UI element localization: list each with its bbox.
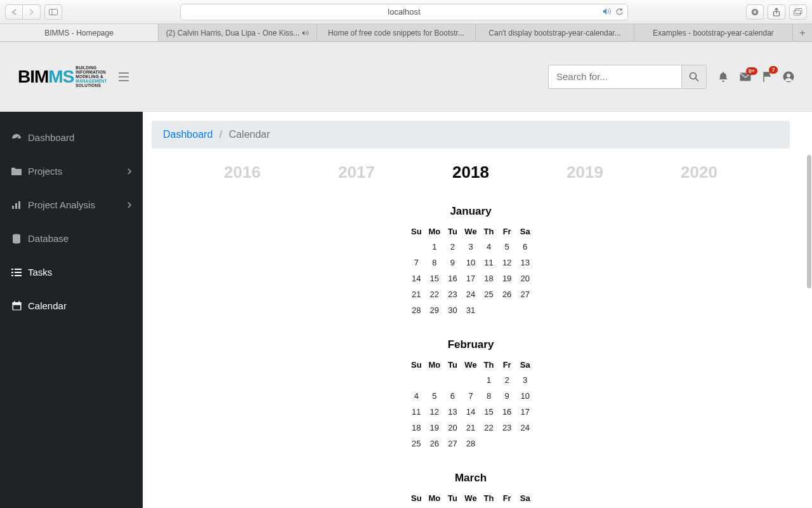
day-cell[interactable]: 5: [498, 239, 516, 255]
browser-back-button[interactable]: [5, 4, 23, 20]
day-cell[interactable]: 15: [480, 404, 498, 420]
day-cell[interactable]: 8: [480, 388, 498, 404]
day-cell[interactable]: 18: [480, 271, 498, 286]
day-cell[interactable]: 31: [462, 302, 480, 318]
sidebar-item-label: Projects: [28, 166, 62, 177]
day-cell[interactable]: 22: [426, 286, 444, 302]
day-cell[interactable]: 11: [407, 404, 426, 420]
reload-icon[interactable]: [615, 8, 624, 16]
day-cell[interactable]: 23: [498, 420, 516, 436]
day-cell[interactable]: 21: [462, 420, 480, 436]
day-cell[interactable]: 25: [407, 436, 426, 451]
day-cell[interactable]: 3: [516, 505, 534, 508]
browser-tabs-button[interactable]: [789, 4, 807, 20]
browser-sidebar-button[interactable]: [44, 4, 62, 20]
year-2020[interactable]: 2020: [642, 159, 756, 186]
day-cell[interactable]: 3: [516, 372, 534, 388]
day-cell[interactable]: 5: [426, 388, 444, 404]
audio-icon[interactable]: [603, 8, 612, 16]
day-cell[interactable]: 27: [443, 436, 462, 451]
day-cell[interactable]: 26: [498, 286, 516, 302]
sidebar-item-projects[interactable]: Projects: [0, 154, 143, 188]
day-cell[interactable]: 2: [498, 505, 516, 508]
day-cell[interactable]: 15: [426, 271, 444, 286]
day-cell[interactable]: 1: [480, 372, 498, 388]
browser-download-button[interactable]: [746, 4, 764, 20]
day-cell[interactable]: 25: [480, 286, 498, 302]
breadcrumb-root[interactable]: Dashboard: [163, 129, 213, 140]
bell-icon[interactable]: [718, 71, 728, 83]
sidebar-item-database[interactable]: Database: [0, 222, 143, 255]
day-cell[interactable]: 14: [462, 404, 480, 420]
day-cell[interactable]: 10: [516, 388, 534, 404]
day-cell[interactable]: 20: [443, 420, 462, 436]
day-cell[interactable]: 24: [462, 286, 480, 302]
day-cell[interactable]: 16: [498, 404, 516, 420]
day-cell[interactable]: 19: [426, 420, 444, 436]
day-cell[interactable]: 29: [426, 302, 444, 318]
envelope-icon[interactable]: 9+: [740, 72, 751, 81]
year-2019[interactable]: 2019: [528, 159, 642, 186]
year-2018[interactable]: 2018: [414, 159, 528, 186]
day-cell[interactable]: 20: [516, 271, 534, 286]
search-input[interactable]: [548, 65, 681, 89]
year-2016[interactable]: 2016: [185, 159, 299, 186]
day-cell[interactable]: 14: [407, 271, 426, 286]
scrollbar-thumb[interactable]: [807, 155, 811, 288]
day-cell[interactable]: 17: [462, 271, 480, 286]
year-2017[interactable]: 2017: [299, 159, 414, 186]
new-tab-button[interactable]: +: [793, 24, 812, 41]
day-cell[interactable]: 28: [407, 302, 426, 318]
day-cell[interactable]: 12: [426, 404, 444, 420]
chevron-right-icon: [128, 202, 131, 208]
day-cell[interactable]: 7: [462, 388, 480, 404]
day-cell[interactable]: 16: [443, 271, 462, 286]
day-cell[interactable]: 9: [498, 388, 516, 404]
menu-toggle-icon[interactable]: [119, 72, 129, 81]
browser-tab[interactable]: (2) Calvin Harris, Dua Lipa - One Kiss..…: [159, 24, 317, 41]
day-cell[interactable]: 18: [407, 420, 426, 436]
day-cell[interactable]: 12: [498, 255, 516, 271]
browser-address-bar[interactable]: localhost: [180, 4, 628, 20]
logo[interactable]: BIMMS BUILDING INFORMATION MODELING & MA…: [18, 65, 107, 88]
browser-tab[interactable]: Can't display bootstrap-year-calendar...: [476, 24, 634, 41]
day-cell[interactable]: 6: [443, 388, 462, 404]
day-cell[interactable]: 28: [462, 436, 480, 451]
day-cell[interactable]: 24: [516, 420, 534, 436]
day-cell[interactable]: 7: [407, 255, 426, 271]
day-cell[interactable]: 23: [443, 286, 462, 302]
day-cell[interactable]: 13: [443, 404, 462, 420]
day-cell[interactable]: 13: [516, 255, 534, 271]
day-cell[interactable]: 1: [426, 239, 444, 255]
browser-tab[interactable]: Home of free code snippets for Bootstr..…: [317, 24, 476, 41]
sidebar-item-tasks[interactable]: Tasks: [0, 255, 143, 289]
day-cell[interactable]: 19: [498, 271, 516, 286]
day-cell[interactable]: 10: [462, 255, 480, 271]
day-cell[interactable]: 1: [480, 505, 498, 508]
day-cell[interactable]: 6: [516, 239, 534, 255]
day-cell[interactable]: 2: [443, 239, 462, 255]
day-cell[interactable]: 3: [462, 239, 480, 255]
day-cell[interactable]: 8: [426, 255, 444, 271]
day-cell[interactable]: 9: [443, 255, 462, 271]
day-cell[interactable]: 4: [480, 239, 498, 255]
day-cell[interactable]: 27: [516, 286, 534, 302]
day-cell[interactable]: 11: [480, 255, 498, 271]
day-cell[interactable]: 30: [443, 302, 462, 318]
search-button[interactable]: [681, 65, 707, 89]
browser-share-button[interactable]: [768, 4, 785, 20]
flag-icon[interactable]: 7: [763, 71, 771, 83]
browser-tab[interactable]: Examples - bootstrap-year-calendar: [634, 24, 793, 41]
day-cell[interactable]: 2: [498, 372, 516, 388]
sidebar-item-dashboard[interactable]: Dashboard: [0, 121, 143, 154]
sidebar-item-project-analysis[interactable]: Project Analysis: [0, 188, 143, 222]
day-cell[interactable]: 21: [407, 286, 426, 302]
browser-tab[interactable]: BIMMS - Homepage: [0, 24, 159, 41]
day-cell[interactable]: 17: [516, 404, 534, 420]
sidebar-item-calendar[interactable]: Calendar: [0, 289, 143, 323]
day-cell[interactable]: 4: [407, 388, 426, 404]
user-icon[interactable]: [783, 71, 794, 83]
day-cell[interactable]: 22: [480, 420, 498, 436]
browser-forward-button[interactable]: [23, 4, 41, 20]
day-cell[interactable]: 26: [426, 436, 444, 451]
